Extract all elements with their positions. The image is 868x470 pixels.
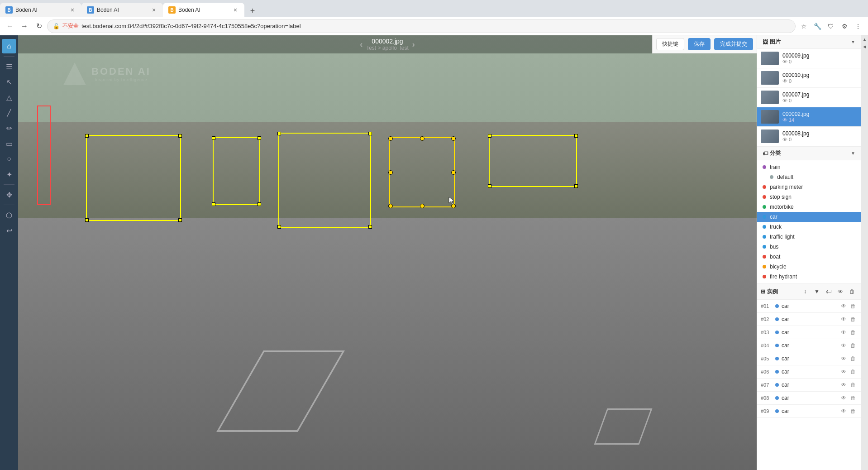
undo-icon[interactable]: ↩ <box>2 223 16 238</box>
instance-eye-04[interactable]: 👁 <box>839 341 848 350</box>
handle-tl-3[interactable] <box>277 132 281 135</box>
point-icon[interactable]: ✦ <box>2 167 16 182</box>
handle-tr-1[interactable] <box>178 134 182 138</box>
extension-3[interactable]: ⚙ <box>838 20 851 33</box>
classification-header[interactable]: 🏷 分类 ▼ <box>757 147 861 160</box>
annotation-box-2[interactable] <box>213 137 260 205</box>
handle-br-1[interactable] <box>178 218 182 222</box>
extension-1[interactable]: 🔧 <box>811 20 824 33</box>
images-section-header[interactable]: 🖼 图片 ▼ <box>757 35 861 49</box>
annotation-box-5[interactable] <box>489 135 577 187</box>
instance-row-05[interactable]: #05 car 👁 🗑 <box>757 352 861 365</box>
shortcut-button[interactable]: 快捷键 <box>656 38 684 50</box>
next-image-button[interactable]: › <box>409 38 419 51</box>
instance-del-05[interactable]: 🗑 <box>849 355 857 363</box>
handle-tr-3[interactable] <box>368 132 372 135</box>
handle-tl-4[interactable] <box>388 136 393 141</box>
tab-3[interactable]: B Boden AI × <box>163 3 244 17</box>
tab-2[interactable]: B Boden AI × <box>81 3 163 17</box>
instance-del-03[interactable]: 🗑 <box>849 328 857 336</box>
new-tab-button[interactable]: + <box>246 5 259 17</box>
instance-row-08[interactable]: #08 car 👁 🗑 <box>757 392 861 405</box>
annotation-box-red[interactable] <box>37 106 51 205</box>
tab-1[interactable]: B Boden AI × <box>0 3 81 17</box>
class-default[interactable]: default <box>757 172 861 182</box>
handle-tl-2[interactable] <box>212 136 215 140</box>
instance-eye-08[interactable]: 👁 <box>839 394 848 402</box>
instance-eye-01[interactable]: 👁 <box>839 302 848 310</box>
eraser-icon[interactable]: ⬡ <box>2 208 16 222</box>
handle-rm-4[interactable] <box>451 170 456 175</box>
instance-eye-02[interactable]: 👁 <box>839 315 848 323</box>
prev-image-button[interactable]: ‹ <box>356 38 366 51</box>
class-train[interactable]: train <box>757 162 861 172</box>
class-boat[interactable]: boat <box>757 252 861 262</box>
file-item-1[interactable]: 000010.jpg 👁0 <box>757 68 861 88</box>
instance-eye-03[interactable]: 👁 <box>839 328 848 336</box>
class-car[interactable]: car <box>757 212 861 222</box>
instance-filter-button[interactable]: ▼ <box>812 287 822 297</box>
handle-tr-2[interactable] <box>258 136 261 140</box>
instance-del-09[interactable]: 🗑 <box>849 407 857 415</box>
class-bicycle[interactable]: bicycle <box>757 262 861 272</box>
annotation-box-3[interactable] <box>278 133 371 228</box>
annotation-box-1[interactable] <box>86 135 181 221</box>
instance-del-06[interactable]: 🗑 <box>849 368 857 376</box>
handle-bl-5[interactable] <box>488 184 491 188</box>
instance-row-02[interactable]: #02 car 👁 🗑 <box>757 313 861 326</box>
handle-bl-2[interactable] <box>212 202 215 206</box>
rect-icon[interactable]: ▭ <box>2 136 16 151</box>
tab-2-close[interactable]: × <box>150 6 157 14</box>
class-fire-hydrant[interactable]: fire hydrant <box>757 272 861 282</box>
tab-1-close[interactable]: × <box>69 6 76 14</box>
class-parking-meter[interactable]: parking meter <box>757 182 861 192</box>
handle-tm-4[interactable] <box>420 136 424 141</box>
instance-row-06[interactable]: #06 car 👁 🗑 <box>757 365 861 379</box>
handle-br-5[interactable] <box>574 184 578 188</box>
handle-lm-4[interactable] <box>388 170 393 175</box>
handle-tr-5[interactable] <box>574 134 578 138</box>
cursor-icon[interactable]: ↖ <box>2 75 16 89</box>
instance-row-01[interactable]: #01 car 👁 🗑 <box>757 300 861 313</box>
instance-eye-05[interactable]: 👁 <box>839 355 848 363</box>
address-bar[interactable]: 🔓 不安全 test.bodenai.com:84/2d/#/392f8c7c-… <box>47 19 796 33</box>
instance-row-09[interactable]: #09 car 👁 🗑 <box>757 405 861 418</box>
instance-delete-button[interactable]: 🗑 <box>847 287 857 297</box>
instance-del-01[interactable]: 🗑 <box>849 302 857 310</box>
edge-btn-1[interactable]: ▲ <box>862 37 868 43</box>
class-traffic-light[interactable]: traffic light <box>757 232 861 242</box>
instance-eye-button[interactable]: 👁 <box>835 287 845 297</box>
extension-2[interactable]: 🛡 <box>825 20 837 33</box>
annotation-box-4[interactable] <box>389 137 455 207</box>
home-icon[interactable]: ⌂ <box>2 39 16 53</box>
class-bus[interactable]: bus <box>757 242 861 252</box>
refresh-button[interactable]: ↻ <box>33 20 45 33</box>
handle-tl-1[interactable] <box>85 134 89 138</box>
handle-br-2[interactable] <box>258 202 261 206</box>
back-button[interactable]: ← <box>4 20 16 33</box>
instance-del-08[interactable]: 🗑 <box>849 394 857 402</box>
instance-row-04[interactable]: #04 car 👁 🗑 <box>757 339 861 352</box>
forward-button[interactable]: → <box>18 20 31 33</box>
instance-row-07[interactable]: #07 car 👁 🗑 <box>757 379 861 392</box>
handle-bl-4[interactable] <box>388 204 393 208</box>
instance-eye-07[interactable]: 👁 <box>839 381 848 389</box>
file-item-4[interactable]: 000008.jpg 👁0 <box>757 127 861 146</box>
handle-bl-1[interactable] <box>85 218 89 222</box>
edge-btn-2[interactable]: ◀ <box>862 44 868 50</box>
handle-tl-5[interactable] <box>488 134 491 138</box>
move-icon[interactable]: ✥ <box>2 187 16 202</box>
polygon-icon[interactable]: △ <box>2 90 16 105</box>
handle-br-3[interactable] <box>368 225 372 229</box>
handle-bl-3[interactable] <box>277 225 281 229</box>
handle-tr-4[interactable] <box>451 136 456 141</box>
submit-button[interactable]: 完成并提交 <box>714 38 753 50</box>
menu-button[interactable]: ⋮ <box>852 20 864 33</box>
instance-tag-button[interactable]: 🏷 <box>824 287 834 297</box>
brush-icon[interactable]: ✏ <box>2 121 16 135</box>
instance-del-02[interactable]: 🗑 <box>849 315 857 323</box>
file-item-0[interactable]: 000009.jpg 👁 0 <box>757 49 861 68</box>
instance-sort-button[interactable]: ↕ <box>800 287 810 297</box>
circle-icon[interactable]: ○ <box>2 152 16 166</box>
save-button[interactable]: 保存 <box>688 38 711 50</box>
